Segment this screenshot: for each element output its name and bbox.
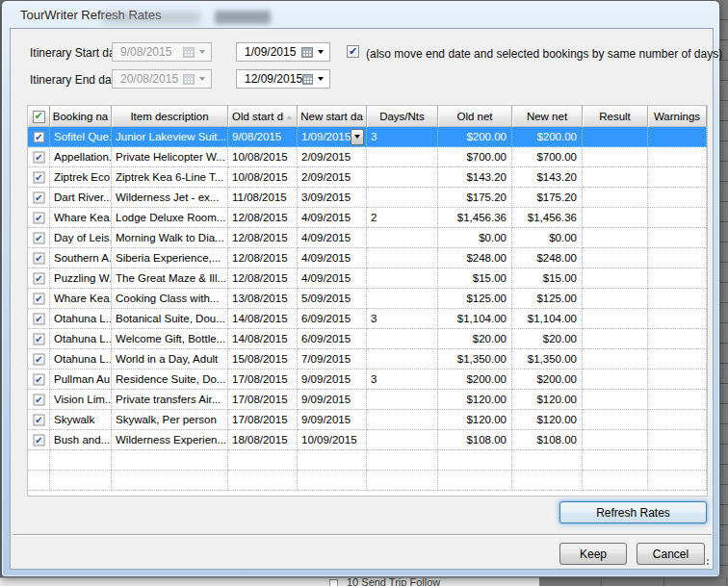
booking-row[interactable]: Dart River...Wilderness Jet - ex...11/08… (28, 188, 707, 208)
cell-days (367, 289, 438, 309)
cell-warnings (648, 289, 707, 309)
cell-old_start: 14/08/2015 (228, 329, 298, 349)
cell-text: 4/09/2015 (301, 272, 351, 284)
row-select-checkbox[interactable] (33, 151, 44, 163)
column-header-new_net[interactable]: New net (512, 106, 583, 127)
column-header-item[interactable]: Item description (112, 106, 228, 127)
row-select-checkbox[interactable] (33, 212, 44, 223)
column-header-new_start[interactable]: New start da (298, 106, 367, 127)
row-select-checkbox[interactable] (33, 353, 44, 365)
background-checkbox (329, 579, 338, 586)
new-end-datepicker[interactable]: 12/09/2015 (236, 69, 330, 89)
title-bar[interactable]: TourWriter Refresh Rates (2, 1, 719, 28)
new-start-datepicker[interactable]: 1/09/2015 (236, 42, 330, 62)
cell-days: 3 (367, 309, 438, 329)
cell-text: Welcome Gift, Bottle... (116, 333, 225, 344)
select-all-checkbox[interactable] (33, 111, 45, 123)
row-select-checkbox[interactable] (33, 293, 44, 304)
cell-old_start: 11/08/2015 (228, 188, 298, 208)
row-select-checkbox[interactable] (33, 252, 44, 264)
booking-row[interactable]: Sofitel Que...Junior Lakeview Suit...9/0… (28, 127, 707, 147)
row-select-checkbox[interactable] (33, 333, 44, 344)
cell-select[interactable] (28, 248, 50, 268)
empty-cell (228, 471, 298, 491)
cell-days (367, 188, 438, 208)
chevron-down-icon[interactable] (318, 50, 324, 54)
column-header-old_start[interactable]: Old start d▲ (228, 106, 298, 127)
cell-text: 15/08/2015 (232, 353, 288, 365)
cell-new_net: $143.20 (512, 167, 583, 188)
empty-cell (50, 450, 112, 471)
booking-row[interactable]: Otahuna L...Botanical Suite, Dou...14/08… (28, 309, 707, 329)
row-select-checkbox[interactable] (33, 191, 44, 203)
column-header-warnings[interactable]: Warnings (648, 106, 707, 127)
cell-select[interactable] (28, 147, 50, 167)
cell-select[interactable] (28, 127, 50, 147)
booking-row[interactable]: Appellation...Private Helicopter W...10/… (28, 147, 707, 167)
cell-select[interactable] (28, 309, 50, 329)
column-header-select[interactable] (28, 106, 50, 127)
cell-result (583, 369, 648, 390)
resize-grip-icon[interactable] (700, 556, 710, 566)
row-select-checkbox[interactable] (33, 171, 44, 183)
chevron-down-icon[interactable] (318, 77, 324, 81)
row-select-checkbox[interactable] (33, 414, 44, 425)
column-header-label: Days/Nts (379, 111, 425, 122)
booking-row[interactable]: Whare Kea...Lodge Deluxe Room...12/08/20… (28, 208, 707, 228)
keep-button[interactable]: Keep (559, 543, 627, 565)
background-panel (0, 577, 539, 586)
row-select-checkbox[interactable] (33, 434, 44, 446)
column-header-label: New start da (300, 111, 363, 122)
cancel-button-label: Cancel (653, 548, 689, 561)
cell-select[interactable] (28, 188, 50, 208)
date-dropdown-button[interactable] (351, 129, 364, 145)
column-header-booking[interactable]: Booking na (50, 106, 112, 127)
row-select-checkbox[interactable] (33, 313, 44, 324)
booking-row[interactable]: Ziptrek Eco...Ziptrek Kea 6-Line T...10/… (28, 167, 707, 188)
refresh-rates-button[interactable]: Refresh Rates (559, 501, 707, 523)
empty-cell (512, 471, 583, 491)
cell-new_net: $200.00 (512, 127, 583, 147)
cell-text: 9/09/2015 (301, 414, 351, 425)
column-header-old_net[interactable]: Old net (438, 106, 512, 127)
booking-row[interactable]: Vision Lim...Private transfers Air...17/… (28, 390, 707, 410)
cell-select[interactable] (28, 268, 50, 289)
cell-select[interactable] (28, 208, 50, 228)
cancel-button[interactable]: Cancel (637, 543, 705, 565)
row-select-checkbox[interactable] (33, 131, 44, 142)
column-header-days[interactable]: Days/Nts (367, 106, 438, 127)
cell-old_net: $0.00 (438, 228, 512, 248)
row-select-checkbox[interactable] (33, 373, 44, 385)
empty-cell (367, 471, 438, 491)
booking-row[interactable]: Bush and...Wilderness Experien...18/08/2… (28, 430, 707, 450)
move-dates-checkbox[interactable] (347, 45, 359, 58)
cell-text: $143.20 (466, 171, 507, 183)
row-select-checkbox[interactable] (33, 394, 44, 405)
cell-select[interactable] (28, 329, 50, 349)
cell-select[interactable] (28, 167, 50, 188)
cell-select[interactable] (28, 369, 50, 390)
cell-item: Morning Walk to Dia... (112, 228, 228, 248)
cell-result (583, 188, 648, 208)
booking-row[interactable]: Southern A...Siberia Experience,...12/08… (28, 248, 707, 268)
old-end-date-value: 20/08/2015 (113, 72, 183, 86)
column-header-result[interactable]: Result (583, 106, 648, 127)
row-select-checkbox[interactable] (33, 272, 44, 284)
empty-cell (112, 471, 228, 491)
cell-text: Residence Suite, Do... (116, 373, 225, 385)
booking-row[interactable]: Day of Leis...Morning Walk to Dia...12/0… (28, 228, 707, 248)
booking-row[interactable]: Pullman Au...Residence Suite, Do...17/08… (28, 369, 707, 390)
cell-select[interactable] (28, 228, 50, 248)
cell-select[interactable] (28, 430, 50, 450)
booking-row[interactable]: Puzzling W...The Great Maze & Ill...12/0… (28, 268, 707, 289)
booking-row[interactable]: Whare Kea...Cooking Class with...13/08/2… (28, 289, 707, 309)
booking-row[interactable]: Otahuna L...Welcome Gift, Bottle...14/08… (28, 329, 707, 349)
row-select-checkbox[interactable] (33, 232, 44, 243)
cell-select[interactable] (28, 390, 50, 410)
booking-row[interactable]: SkywalkSkywalk, Per person17/08/20159/09… (28, 410, 707, 430)
booking-row[interactable]: Otahuna L...World in a Day, Adult15/08/2… (28, 349, 707, 369)
cell-select[interactable] (28, 289, 50, 309)
cell-select[interactable] (28, 410, 50, 430)
cell-text: 17/08/2015 (232, 373, 288, 385)
cell-select[interactable] (28, 349, 50, 369)
